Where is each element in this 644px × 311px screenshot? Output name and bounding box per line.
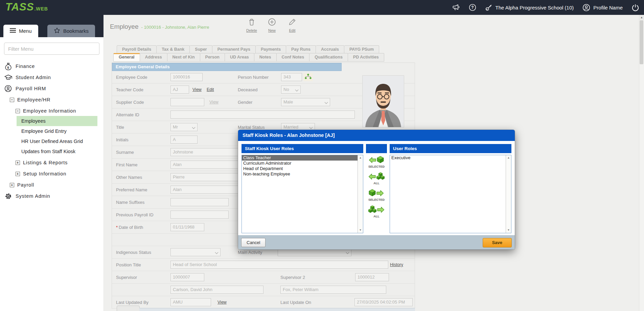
sidebar-item-system-admin[interactable]: System Admin: [4, 191, 97, 201]
tab-next-of-kin[interactable]: Next of Kin: [167, 53, 200, 62]
move-all-left-button[interactable]: ALL: [368, 172, 385, 185]
edit-link[interactable]: Edit: [207, 87, 214, 92]
listbox-scrollbar[interactable]: ▲▼: [358, 155, 363, 233]
tab-qualifications[interactable]: Qualifications: [309, 53, 348, 62]
collapse-icon[interactable]: −: [10, 98, 14, 102]
deceased-input[interactable]: No: [281, 86, 301, 94]
logout-button[interactable]: [631, 4, 639, 11]
tab-menu[interactable]: Menu: [3, 25, 38, 37]
expand-icon[interactable]: +: [16, 161, 20, 165]
sidebar-item-hr-user-defined-areas-grid[interactable]: HR User Defined Areas Grid: [21, 136, 97, 146]
tab-person[interactable]: Person: [200, 53, 225, 62]
field-value: AMU: [173, 300, 183, 305]
gender-input[interactable]: Male: [281, 98, 330, 106]
initials-input[interactable]: A: [170, 136, 198, 144]
scroll-up-icon[interactable]: ▲: [358, 156, 363, 160]
date-of-birth-input[interactable]: 01/11/1968: [170, 223, 204, 231]
title-input[interactable]: Mr: [170, 123, 198, 131]
scrollbar-thumb[interactable]: [640, 20, 643, 64]
view-link[interactable]: View: [217, 300, 227, 305]
history-link[interactable]: History: [390, 262, 403, 267]
field2-input[interactable]: Fox, Peter William: [280, 286, 386, 294]
help-button[interactable]: ?: [469, 4, 476, 11]
supervisor-2-input[interactable]: 1000012: [355, 273, 389, 281]
other-names-input[interactable]: Pierre: [170, 173, 240, 181]
sidebar-item-student-admin[interactable]: Student Admin: [4, 72, 97, 82]
preferred-name-input[interactable]: Alan: [170, 186, 240, 194]
new-button[interactable]: New: [264, 18, 279, 32]
list-item[interactable]: Non-teaching Employee: [242, 171, 358, 177]
list-item[interactable]: Head of Department: [242, 166, 358, 171]
sidebar-item-payroll-hrm[interactable]: Payroll HRM: [4, 83, 97, 94]
listbox-scrollbar[interactable]: ▲▼: [506, 155, 511, 233]
announcements-button[interactable]: [452, 4, 460, 11]
tab-pay-runs[interactable]: Pay Runs: [286, 45, 316, 54]
school-selector[interactable]: The Alpha Progressive School (10): [485, 4, 574, 11]
scroll-up-icon[interactable]: ▲: [639, 15, 644, 20]
cancel-button[interactable]: Cancel: [241, 238, 266, 247]
filter-menu-input[interactable]: [4, 43, 99, 55]
edit-button[interactable]: Edit: [285, 18, 300, 32]
tab-address[interactable]: Address: [140, 53, 167, 62]
tab-general[interactable]: General: [113, 53, 140, 62]
person-number-lookup-button[interactable]: [303, 73, 313, 81]
list-item[interactable]: Curriculum Administrator: [242, 161, 358, 166]
page-scrollbar[interactable]: ▲: [639, 15, 644, 311]
view-link[interactable]: View: [192, 87, 202, 92]
staff-kiosk-roles-listbox[interactable]: Class TeacherCurriculum AdministratorHea…: [242, 155, 363, 233]
expand-icon[interactable]: +: [10, 183, 14, 187]
sidebar-item-listings-reports[interactable]: +Listings & Reports: [16, 158, 97, 168]
profile-menu[interactable]: Profile Name: [582, 4, 623, 11]
list-item[interactable]: Class Teacher: [242, 155, 358, 161]
user-roles-listbox[interactable]: Executive▲▼: [390, 155, 511, 233]
sidebar-item-employee-hr[interactable]: −Employee/HR: [10, 95, 97, 105]
sidebar-item-employee-grid-entry[interactable]: Employee Grid Entry: [21, 126, 97, 136]
tab-bookmarks[interactable]: Bookmarks: [47, 25, 95, 37]
tab-payments[interactable]: Payments: [256, 45, 286, 54]
sidebar-item-updates-from-staff-kiosk[interactable]: Updates from Staff Kiosk: [21, 146, 97, 157]
tab-payroll-details[interactable]: Payroll Details: [117, 45, 157, 54]
supervisor-input[interactable]: 1000007: [170, 273, 204, 281]
tab-accruals[interactable]: Accruals: [316, 45, 344, 54]
person-number-input[interactable]: 343: [281, 73, 302, 81]
list-item[interactable]: Executive: [390, 155, 506, 161]
collapse-icon[interactable]: −: [16, 109, 20, 113]
sidebar-item-employee-information[interactable]: −Employee Information: [16, 106, 97, 116]
tab-permanent-pays[interactable]: Permanent Pays: [212, 45, 256, 54]
supplier-code-input[interactable]: [170, 98, 204, 106]
previous-payroll-id-input[interactable]: [170, 211, 229, 219]
sidebar-item-setup-information[interactable]: +Setup Information: [16, 169, 97, 179]
sidebar-item-payroll[interactable]: +Payroll: [10, 180, 97, 190]
surname-input[interactable]: Johnstone: [170, 148, 240, 156]
alternate-id-input[interactable]: [170, 111, 355, 119]
sidebar-item-finance[interactable]: $Finance: [4, 61, 97, 71]
teacher-code-input[interactable]: AJ: [170, 86, 189, 94]
move-selected-right-button[interactable]: SELECTED: [368, 189, 385, 201]
move-selected-left-button[interactable]: SELECTED: [368, 156, 385, 168]
partial-tab[interactable]: [117, 306, 140, 311]
tab-notes[interactable]: Notes: [254, 53, 277, 62]
scroll-down-icon[interactable]: ▼: [506, 228, 511, 233]
last-update-on-input[interactable]: 27/03/2025 04:02:05 PM: [354, 298, 413, 306]
tab-ud-areas[interactable]: UD Areas: [225, 53, 254, 62]
move-all-right-button[interactable]: ALL: [368, 206, 385, 218]
last-updated-by-input[interactable]: AMU: [170, 298, 211, 306]
name-suffixes-input[interactable]: [170, 198, 229, 206]
expand-icon[interactable]: +: [16, 172, 20, 176]
position-title-input[interactable]: Head of Senior School: [170, 261, 388, 269]
tab-payg-psum[interactable]: PAYG PSum: [344, 45, 379, 54]
tab-super[interactable]: Super: [190, 45, 212, 54]
toolbar-action-label: Edit: [289, 28, 296, 32]
scroll-down-icon[interactable]: ▼: [358, 228, 363, 233]
scroll-up-icon[interactable]: ▲: [506, 156, 511, 160]
sidebar-item-employees[interactable]: Employees: [17, 116, 97, 126]
save-button[interactable]: Save: [483, 238, 512, 247]
employee-code-input[interactable]: 1000016: [170, 73, 203, 81]
tab-tax-bank[interactable]: Tax & Bank: [157, 45, 190, 54]
tab-conf-notes[interactable]: Conf Notes: [277, 53, 310, 62]
indigenous-status-input[interactable]: [170, 248, 221, 256]
tab-pd-activities[interactable]: PD Activities: [348, 53, 384, 62]
delete-button[interactable]: Delete: [244, 18, 259, 32]
field-input[interactable]: Carlson, David John: [170, 286, 263, 294]
first-name-input[interactable]: Alan: [170, 161, 240, 169]
